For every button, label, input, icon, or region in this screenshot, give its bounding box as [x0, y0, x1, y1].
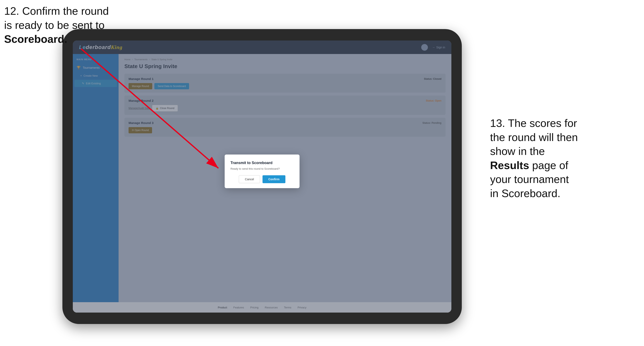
modal-actions: Cancel Confirm — [230, 175, 294, 183]
annotation-line2: is ready to be sent to — [4, 19, 105, 31]
annotation-line1: 12. Confirm the round — [4, 5, 109, 17]
annotation-line3: Scoreboard. — [4, 33, 67, 45]
modal-subtitle: Ready to send this round to Scoreboard? — [230, 167, 294, 170]
modal-cancel-button[interactable]: Cancel — [239, 175, 260, 183]
modal-confirm-button[interactable]: Confirm — [262, 175, 286, 183]
tablet-frame: LederboardKing → Sign in MAIN MENU — [62, 29, 462, 324]
annotation-right-line6: in Scoreboard. — [490, 187, 560, 199]
annotation-right-line4-rest: page of — [529, 159, 568, 171]
modal-title: Transmit to Scoreboard — [230, 161, 294, 165]
modal-dialog: Transmit to Scoreboard Ready to send thi… — [225, 155, 300, 188]
annotation-right-line1: 13. The scores for — [490, 117, 577, 129]
tablet-screen: LederboardKing → Sign in MAIN MENU — [73, 40, 452, 313]
annotation-right-line2: the round will then — [490, 131, 578, 143]
modal-overlay: Transmit to Scoreboard Ready to send thi… — [73, 40, 452, 302]
annotation-top-left: 12. Confirm the round is ready to be sen… — [4, 4, 109, 46]
annotation-right-line3: show in the — [490, 145, 545, 157]
annotation-right-line4-bold: Results — [490, 159, 529, 171]
annotation-right: 13. The scores for the round will then s… — [490, 116, 632, 201]
annotation-right-line5: your tournament — [490, 173, 569, 185]
